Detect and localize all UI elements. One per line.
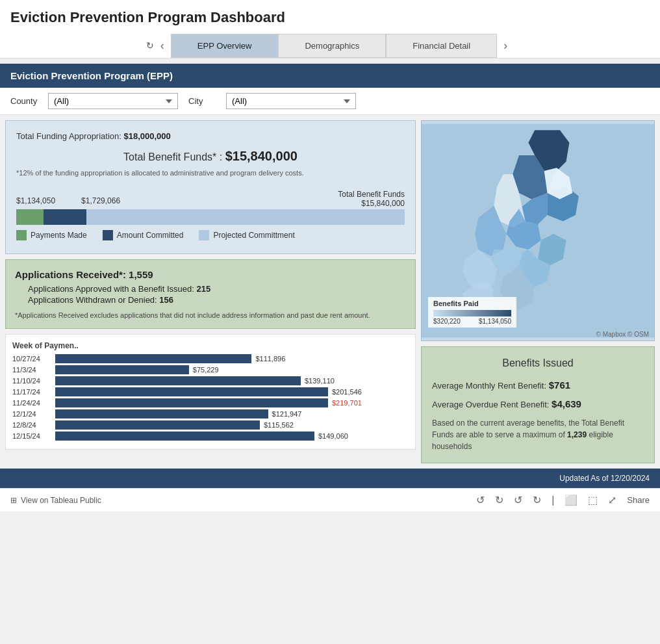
county-select[interactable]: (All) [48,93,178,109]
legend-item: Amount Committed [103,230,184,240]
map-legend-max: $1,134,050 [479,318,511,325]
app-note: *Applications Received excludes applicat… [15,311,406,319]
total-funding-value: $18,000,000 [124,131,171,141]
app-approved-label: Applications Approved with a Benefit Iss… [28,284,194,294]
total-bar-label: Total Benefit Funds [338,190,405,199]
page-title: Eviction Prevention Program Dashboard [0,0,660,29]
chart-row: 11/10/24$139,110 [12,376,409,385]
benefit-funds-label: Total Benefit Funds* : [123,151,222,162]
chart-row-label: 11/17/24 [12,388,51,396]
chart-row: 12/15/24$149,060 [12,431,409,441]
chart-row-label: 12/15/24 [12,432,51,440]
app-received-label: Applications Received*: [15,269,126,280]
chart-row: 11/24/24$219,701 [12,398,409,407]
chart-row: 12/1/24$121,947 [12,409,409,419]
chart-bar-fill [55,420,260,430]
tab-financial-detail[interactable]: Financial Detail [386,34,497,58]
undo2-icon[interactable]: ↺ [514,494,522,506]
avg-overdue-label: Average Overdue Rent Benefit: [432,400,549,409]
avg-monthly-value: $761 [549,380,570,391]
chart-row: 11/17/24$201,546 [12,387,409,396]
redo-icon[interactable]: ↻ [495,494,503,506]
funding-card: Total Funding Appropriation: $18,000,000… [5,120,416,254]
app-received-value: 1,559 [129,269,153,280]
legend-label: Amount Committed [117,231,184,240]
chart-row-value: $75,229 [193,366,219,374]
avg-overdue-value: $4,639 [552,398,581,409]
tableau-view-label: View on Tableau Public [21,496,101,505]
map-area: Benefits Paid $320,220 $1,134,050 © Mapb… [421,120,655,341]
tab-prev-arrow[interactable]: ‹ [154,39,171,53]
chart-row-label: 10/27/24 [12,355,51,363]
legend-label: Payments Made [31,231,87,240]
legend-label: Projected Committment [213,231,294,240]
total-bar-value: $15,840,000 [338,199,405,208]
chart-bar-fill [55,387,328,396]
chart-bar-fill [55,409,268,419]
share-label[interactable]: Share [627,495,650,505]
map-legend-bar [433,310,511,316]
chart-legend: Payments MadeAmount CommittedProjected C… [16,230,405,240]
chart-bar-fill [55,354,251,363]
tab-demographics[interactable]: Demographics [278,34,386,58]
chart-bar-fill [55,431,314,441]
chart-row-value: $139,110 [305,377,335,385]
progress-bar [16,209,405,225]
chart-row-value: $111,896 [255,355,285,363]
chart-row-value: $219,701 [332,399,362,407]
chart-row-value: $201,546 [332,388,362,396]
applications-card: Applications Received*: 1,559 Applicatio… [5,259,416,329]
benefits-issued-title: Benefits Issued [432,357,644,369]
section-header: Eviction Prevention Program (EPP) [0,64,660,88]
legend-swatch [103,230,113,240]
fullscreen-icon[interactable]: ⬚ [588,494,598,506]
updated-label: Updated As of 12/20/2024 [559,474,650,483]
chart-row-label: 11/10/24 [12,377,51,385]
legend-swatch [16,230,27,240]
undo-icon[interactable]: ↺ [476,494,485,506]
map-credit: © Mapbox © OSM [596,331,649,338]
benefits-issued-card: Benefits Issued Average Monthly Rent Ben… [421,346,655,463]
app-withdrawn-value: 156 [159,295,173,305]
county-label: County [10,96,43,106]
app-approved-value: 215 [196,284,210,294]
tableau-view-link[interactable]: ⊞ View on Tableau Public [10,496,101,505]
legend-swatch [199,230,209,240]
legend-item: Payments Made [16,230,87,240]
funding-note: *12% of the funding appropriation is all… [16,169,405,177]
benefit-funds-value: $15,840,000 [225,149,298,163]
map-legend-title: Benefits Paid [433,300,511,307]
chart-row-value: $115,562 [264,421,294,429]
benefit-desc: Based on the current average benefits, t… [432,417,644,452]
chart-title: Week of Paymen.. [12,341,409,350]
footer-bar: Updated As of 12/20/2024 [0,469,660,488]
redo2-icon[interactable]: ↻ [533,494,541,506]
chart-row: 10/27/24$111,896 [12,354,409,363]
chart-row-label: 11/24/24 [12,399,51,407]
tab-next-arrow[interactable]: › [497,39,514,53]
device-icon[interactable]: ⬜ [565,494,578,506]
chart-row-value: $149,060 [318,432,348,440]
map-legend-min: $320,220 [433,318,461,325]
app-withdrawn-label: Applications Withdrawn or Denied: [28,295,157,305]
legend-item: Projected Committment [199,230,294,240]
divider: | [552,495,554,506]
tableau-grid-icon: ⊞ [10,496,17,505]
bar-label1: $1,134,050 [16,196,55,205]
share-icon[interactable]: ⤢ [608,494,616,506]
bar-label2: $1,729,066 [81,196,120,205]
chart-bar-fill [55,376,301,385]
tab-epp-overview[interactable]: EPP Overview [171,34,279,58]
chart-row-label: 12/1/24 [12,410,51,418]
chart-row-value: $121,947 [272,410,302,418]
chart-row: 11/3/24$75,229 [12,365,409,374]
chart-bar-fill [55,398,328,407]
tab-refresh[interactable]: ↻ [146,40,154,51]
bar-chart: Week of Paymen.. 10/27/24$111,89611/3/24… [5,334,416,450]
total-funding-label: Total Funding Appropriation: [16,131,121,141]
avg-monthly-label: Average Monthly Rent Benefit: [432,381,546,391]
city-select[interactable]: (All) [226,93,356,109]
tableau-footer: ⊞ View on Tableau Public ↺ ↻ ↺ ↻ | ⬜ ⬚ ⤢… [0,488,660,511]
city-label: City [188,96,221,106]
chart-row: 12/8/24$115,562 [12,420,409,430]
